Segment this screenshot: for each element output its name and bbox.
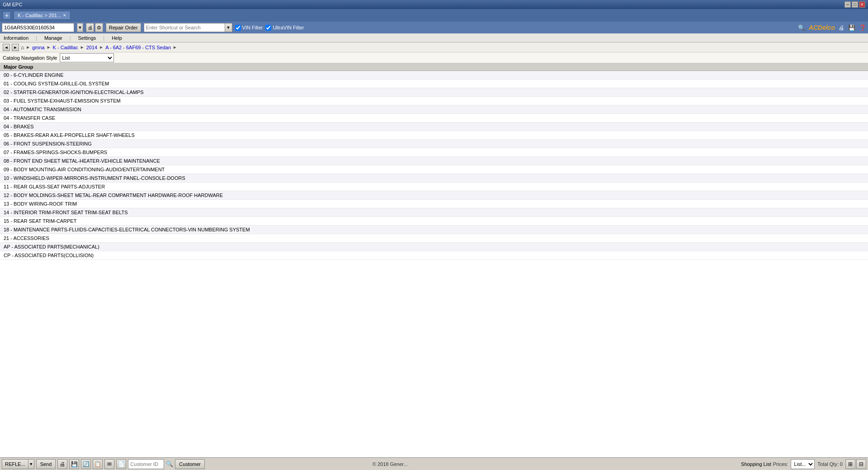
list-item[interactable]: AP - ASSOCIATED PARTS(MECHANICAL): [0, 243, 868, 251]
catalog-nav-label: Catalog Navigation Style: [3, 55, 57, 61]
end-icon-2[interactable]: ⊟: [856, 459, 866, 469]
end-icon-1[interactable]: ⊞: [845, 459, 855, 469]
list-item[interactable]: 05 - BRAKES-REAR AXLE-PROPELLER SHAFT-WH…: [0, 131, 868, 140]
vin-filter-checkbox[interactable]: [235, 25, 241, 31]
menu-information[interactable]: Information: [4, 35, 28, 41]
list-item[interactable]: 18 - MAINTENANCE PARTS-FLUIDS-CAPACITIES…: [0, 226, 868, 234]
tab-label: K - Cadillac > 201...: [18, 13, 61, 18]
list-item[interactable]: 06 - FRONT SUSPENSION-STEERING: [0, 140, 868, 148]
catalog-nav-bar: Catalog Navigation Style List Tree: [0, 52, 868, 63]
list-item[interactable]: 03 - FUEL SYSTEM-EXHAUST-EMISSION SYSTEM: [0, 97, 868, 105]
title-bar-left: GM EPC: [3, 2, 22, 7]
status-icon-email[interactable]: ✉: [104, 459, 114, 469]
title-bar-controls: ─ □ ✕: [844, 1, 865, 8]
list-item[interactable]: 11 - REAR GLASS-SEAT PARTS-ADJUSTER: [0, 183, 868, 191]
breadcrumb-2014[interactable]: 2014: [86, 45, 97, 50]
toolbar: + K - Cadillac > 201... ✕: [0, 9, 868, 22]
nav-right: 🔍 ACDelco 🖨 💾 ❓: [798, 24, 866, 31]
breadcrumb-bar: ◄ ► ⌂ ► gmna ► K - Cadillac ► 2014 ► A -…: [0, 42, 868, 52]
status-end-icons: ⊞ ⊟: [845, 459, 866, 469]
title-bar: GM EPC ─ □ ✕: [0, 0, 868, 9]
add-tab-button[interactable]: +: [3, 11, 11, 19]
list-item[interactable]: 09 - BODY MOUNTING-AIR CONDITIONING-AUDI…: [0, 165, 868, 174]
tab-close-icon[interactable]: ✕: [63, 13, 66, 18]
status-icon-list[interactable]: 📄: [116, 459, 126, 469]
list-item[interactable]: 10 - WINDSHIELD-WIPER-MIRRORS-INSTRUMENT…: [0, 174, 868, 183]
ultravin-filter-checkbox[interactable]: [265, 25, 271, 31]
list-item[interactable]: 12 - BODY MOLDINGS-SHEET METAL-REAR COMP…: [0, 191, 868, 200]
breadcrumb-cts[interactable]: A - 6A2 - 6AF69 - CTS Sedan: [105, 45, 171, 50]
status-icon-save[interactable]: 💾: [69, 459, 79, 469]
content-area: Major Group 00 - 6-CYLINDER ENGINE 01 - …: [0, 63, 868, 457]
prices-select[interactable]: List...: [791, 459, 815, 469]
home-icon[interactable]: ⌂: [21, 44, 24, 51]
nav-icon-3[interactable]: ❓: [859, 24, 866, 31]
vin-dropdown-arrow[interactable]: ▼: [77, 23, 83, 32]
close-button[interactable]: ✕: [859, 1, 865, 8]
refle-dropdown: REFLE... ▼: [2, 459, 34, 469]
print-icon-btn[interactable]: 🖨: [86, 23, 94, 32]
app-title: GM EPC: [3, 2, 22, 7]
list-item[interactable]: 04 - AUTOMATIC TRANSMISSION: [0, 105, 868, 114]
customer-button[interactable]: Customer: [175, 459, 205, 469]
catalog-nav-select[interactable]: List Tree: [60, 53, 114, 62]
list-item[interactable]: 04 - TRANSFER CASE: [0, 114, 868, 122]
search-customer-icon[interactable]: 🔍: [166, 461, 173, 467]
search-input[interactable]: [144, 23, 225, 32]
shopping-list-label: Shopping List: [741, 461, 771, 467]
list-item[interactable]: 14 - INTERIOR TRIM-FRONT SEAT TRIM-SEAT …: [0, 208, 868, 217]
send-button[interactable]: Send: [36, 459, 56, 469]
major-group-header: Major Group: [0, 63, 868, 71]
total-qty-label: Total Qty: 0: [817, 461, 843, 467]
list-item[interactable]: 08 - FRONT END SHEET METAL-HEATER-VEHICL…: [0, 157, 868, 165]
active-tab[interactable]: K - Cadillac > 201... ✕: [14, 11, 71, 20]
search-dropdown-arrow[interactable]: ▼: [225, 23, 232, 32]
nav-icons-left: 🖨 ⚙: [86, 23, 103, 32]
status-icon-copy[interactable]: 📋: [93, 459, 103, 469]
acdelco-logo: ACDelco: [809, 24, 835, 31]
vin-input[interactable]: [2, 23, 74, 32]
list-item[interactable]: 21 - ACCESSORIES: [0, 234, 868, 243]
minimize-button[interactable]: ─: [844, 1, 851, 8]
menu-settings[interactable]: Settings: [78, 35, 96, 41]
copyright-text: © 2018 Gener...: [373, 461, 408, 467]
vin-dropdown: ▼: [77, 23, 83, 32]
maximize-button[interactable]: □: [852, 1, 858, 8]
nav-icon-1[interactable]: 🖨: [839, 24, 844, 31]
status-right: Prices: List... Total Qty: 0 ⊞ ⊟: [773, 459, 866, 469]
forward-button[interactable]: ►: [12, 44, 19, 51]
list-item[interactable]: 02 - STARTER-GENERATOR-IGNITION-ELECTRIC…: [0, 88, 868, 97]
menu-help[interactable]: Help: [112, 35, 122, 41]
customer-id-input[interactable]: [128, 459, 164, 469]
back-button[interactable]: ◄: [3, 44, 10, 51]
ultravin-filter-label[interactable]: UltraVIN Filter: [265, 25, 304, 31]
search-icon[interactable]: 🔍: [798, 24, 805, 31]
list-item[interactable]: 00 - 6-CYLINDER ENGINE: [0, 71, 868, 80]
list-item[interactable]: 04 - BRAKES: [0, 122, 868, 131]
refle-dropdown-arrow[interactable]: ▼: [28, 459, 34, 469]
refle-button[interactable]: REFLE...: [2, 459, 28, 469]
status-icon-print[interactable]: 🖨: [57, 459, 67, 469]
nav-icon-2[interactable]: 💾: [848, 24, 855, 31]
breadcrumb-gmna[interactable]: gmna: [32, 45, 45, 50]
status-icon-reload[interactable]: 🔄: [81, 459, 91, 469]
list-item[interactable]: 15 - REAR SEAT TRIM-CARPET: [0, 217, 868, 226]
vin-filter-label[interactable]: VIN Filter: [235, 25, 263, 31]
settings-icon-btn[interactable]: ⚙: [95, 23, 103, 32]
nav-bar: ▼ 🖨 ⚙ Repair Order ▼ VIN Filter UltraVIN…: [0, 22, 868, 33]
breadcrumb-cadillac[interactable]: K - Cadillac: [53, 45, 78, 50]
repair-order-button[interactable]: Repair Order: [106, 23, 141, 32]
menu-bar: Information | Manage | Settings | Help: [0, 33, 868, 42]
list-item[interactable]: 07 - FRAMES-SPRINGS-SHOCKS-BUMPERS: [0, 148, 868, 157]
status-bar: REFLE... ▼ Send 🖨 💾 🔄 📋 ✉ 📄 🔍 Customer ©…: [0, 457, 868, 470]
search-field-container: ▼: [144, 23, 232, 32]
menu-manage[interactable]: Manage: [44, 35, 62, 41]
list-item[interactable]: 01 - COOLING SYSTEM-GRILLE-OIL SYSTEM: [0, 80, 868, 88]
prices-label: Prices:: [773, 461, 788, 467]
list-item[interactable]: CP - ASSOCIATED PARTS(COLLISION): [0, 251, 868, 260]
list-item[interactable]: 13 - BODY WIRING-ROOF TRIM: [0, 200, 868, 208]
